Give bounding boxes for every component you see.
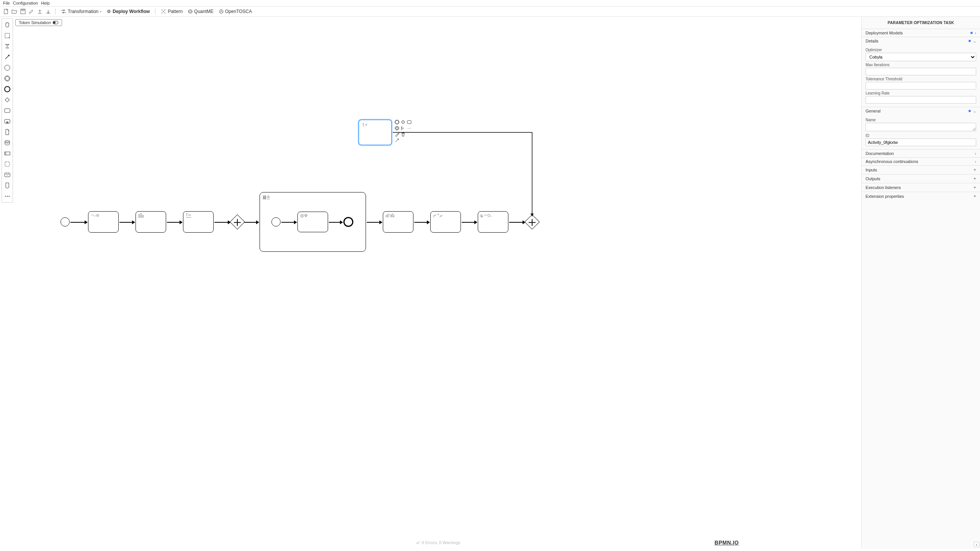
expanded-subprocess[interactable]	[260, 192, 366, 252]
save-icon[interactable]	[20, 8, 26, 15]
append-gateway[interactable]	[400, 119, 406, 125]
add-icon[interactable]: +	[973, 176, 976, 181]
edit-icon[interactable]	[28, 8, 34, 15]
svg-rect-37	[265, 196, 266, 199]
section-extension-properties[interactable]: Extension properties +	[862, 192, 980, 201]
gateway-tool[interactable]	[3, 96, 11, 104]
sequence-flow[interactable]	[119, 222, 135, 223]
group-tool[interactable]	[3, 160, 11, 168]
hand-tool[interactable]	[3, 21, 11, 29]
add-icon[interactable]: +	[973, 167, 976, 173]
modified-dot-icon	[969, 110, 971, 112]
max-iterations-input[interactable]	[866, 68, 976, 75]
bpmnio-logo[interactable]: BPMN.IO	[715, 540, 739, 546]
connect-tool[interactable]	[3, 53, 11, 61]
tolerance-input[interactable]	[866, 82, 976, 90]
section-details[interactable]: Details ⌄	[862, 37, 980, 45]
menu-file[interactable]: File	[3, 1, 10, 5]
subprocess-start-event[interactable]	[271, 217, 281, 227]
task-6[interactable]	[478, 211, 508, 233]
add-icon[interactable]: +	[973, 194, 976, 199]
deploy-workflow-label: Deploy Workflow	[113, 9, 150, 14]
opentosca-button[interactable]: OpenTOSCA	[217, 8, 253, 15]
sequence-flow[interactable]	[414, 222, 430, 223]
modified-dot-icon	[970, 32, 973, 34]
space-tool[interactable]	[3, 42, 11, 50]
exclusive-gateway-2[interactable]	[524, 214, 540, 230]
sequence-flow[interactable]	[329, 222, 343, 223]
append-end-event[interactable]	[394, 119, 400, 125]
svg-rect-32	[139, 215, 140, 217]
append-intermediate-event[interactable]	[394, 126, 400, 131]
task-1[interactable]	[88, 211, 119, 233]
append-task[interactable]	[407, 119, 412, 125]
transformation-button[interactable]: Transformation ▾	[59, 8, 103, 15]
section-outputs[interactable]: Outputs +	[862, 174, 980, 183]
section-deployment-models[interactable]: Deployment Models ›	[862, 29, 980, 37]
id-input[interactable]	[866, 139, 976, 146]
section-async-continuations[interactable]: Asynchronous continuations ›	[862, 158, 980, 165]
parameter-optimization-task-selected[interactable]	[358, 119, 392, 145]
task-3[interactable]	[183, 211, 214, 233]
data-object-tool[interactable]	[3, 128, 11, 136]
collapse-panel-button[interactable]: ›	[974, 542, 979, 547]
connect[interactable]	[394, 138, 400, 143]
max-iterations-label: Max Iterations	[866, 63, 976, 67]
menu-configuration[interactable]: Configuration	[13, 1, 38, 5]
learning-rate-input[interactable]	[866, 96, 976, 104]
exclusive-gateway-1[interactable]	[230, 214, 245, 230]
add-icon[interactable]: +	[973, 185, 976, 190]
section-general[interactable]: General ⌄	[862, 107, 980, 115]
context-pad: ⋯	[394, 119, 412, 143]
more-tools[interactable]: ⋯	[3, 192, 11, 200]
open-folder-icon[interactable]	[11, 8, 18, 15]
more-options[interactable]: ⋯	[407, 126, 412, 131]
separator	[155, 8, 155, 15]
name-input[interactable]	[866, 123, 976, 131]
subprocess-end-event[interactable]	[343, 217, 353, 227]
end-event-tool[interactable]	[3, 85, 11, 93]
task-5[interactable]	[430, 211, 461, 233]
download-icon[interactable]	[45, 8, 51, 15]
start-event[interactable]	[60, 217, 70, 227]
sequence-flow[interactable]	[509, 222, 525, 223]
participant-tool[interactable]	[3, 150, 11, 157]
section-execution-listeners[interactable]: Execution listeners +	[862, 183, 980, 192]
bpmn-canvas[interactable]: ⋯ 0 Errors, 0 Warnings BPMN.IO	[15, 17, 861, 549]
change-type[interactable]	[394, 132, 400, 137]
sequence-flow[interactable]	[167, 222, 182, 223]
separator	[55, 8, 56, 15]
sequence-flow[interactable]	[214, 222, 230, 223]
menu-help[interactable]: Help	[41, 1, 50, 5]
section-documentation[interactable]: Documentation ›	[862, 150, 980, 157]
section-label: Outputs	[866, 176, 880, 181]
optimizer-label: Optimizer	[866, 48, 976, 52]
sequence-flow[interactable]	[367, 222, 382, 223]
start-event-tool[interactable]	[3, 64, 11, 72]
sequence-flow[interactable]	[70, 222, 87, 223]
sequence-flow[interactable]	[244, 222, 259, 223]
section-inputs[interactable]: Inputs +	[862, 166, 980, 174]
sequence-flow[interactable]	[462, 222, 477, 223]
policy-tool[interactable]	[3, 182, 11, 189]
new-file-icon[interactable]	[3, 8, 9, 15]
annotation[interactable]	[400, 126, 406, 131]
task-2[interactable]	[136, 211, 166, 233]
quantme-button[interactable]: QuantME	[186, 8, 215, 15]
svg-rect-44	[407, 121, 411, 124]
lasso-tool[interactable]	[3, 32, 11, 39]
subprocess-task[interactable]	[297, 212, 328, 232]
upload-icon[interactable]	[37, 8, 43, 15]
subprocess-tool[interactable]	[3, 117, 11, 125]
delete[interactable]	[400, 132, 406, 137]
task-tool[interactable]	[3, 107, 11, 114]
sequence-flow[interactable]	[281, 222, 297, 223]
data-store-tool[interactable]	[3, 139, 11, 147]
opentosca-icon	[219, 9, 224, 14]
optimizer-select[interactable]: Cobyla	[866, 53, 976, 61]
quantme-task-tool[interactable]	[3, 171, 11, 179]
intermediate-event-tool[interactable]	[3, 75, 11, 82]
pattern-button[interactable]: Pattern	[159, 8, 184, 15]
task-4[interactable]	[383, 211, 413, 233]
deploy-workflow-button[interactable]: ⚙ Deploy Workflow	[105, 8, 151, 15]
